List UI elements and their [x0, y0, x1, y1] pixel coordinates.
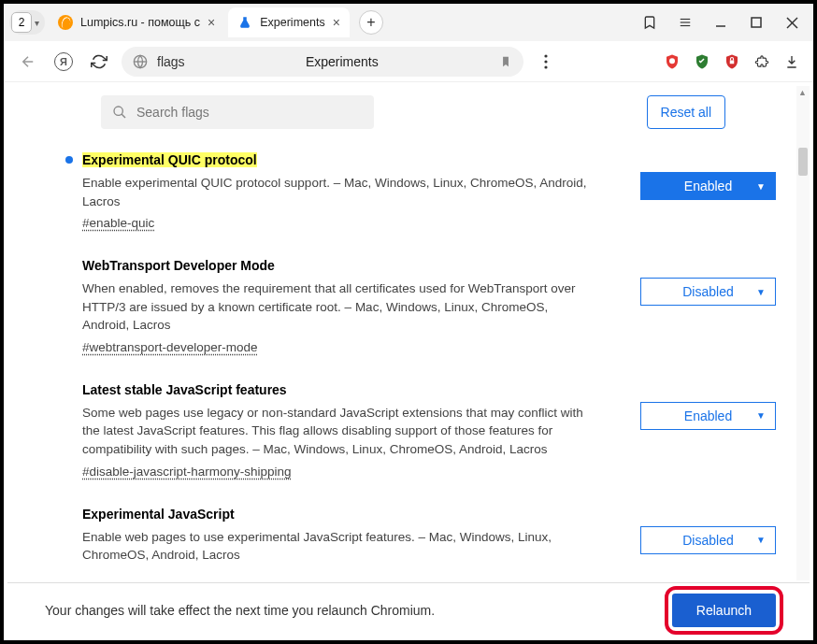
address-box[interactable]: flags Experiments: [122, 47, 523, 77]
titlebar: 2 ▾ Lumpics.ru - помощь с × Experiments …: [4, 4, 813, 41]
chevron-down-icon: ▼: [756, 410, 766, 421]
yandex-logo-icon[interactable]: Я: [50, 49, 77, 75]
kebab-menu-icon[interactable]: [533, 49, 559, 75]
footer-bar: Your changes will take effect the next t…: [7, 582, 810, 637]
flag-description: When enabled, removes the requirement th…: [82, 279, 587, 335]
flag-state-select[interactable]: Disabled ▼: [640, 278, 776, 306]
flag-state-label: Enabled: [684, 179, 732, 193]
svg-line-15: [122, 114, 125, 118]
shield-green-icon[interactable]: [692, 51, 712, 72]
flag-state-label: Disabled: [682, 284, 733, 299]
svg-rect-13: [730, 60, 735, 64]
flag-state-select[interactable]: Enabled ▼: [640, 172, 776, 200]
search-input[interactable]: Search flags: [101, 95, 374, 129]
flag-state-label: Disabled: [682, 533, 733, 548]
tab-experiments[interactable]: Experiments ×: [228, 7, 350, 37]
svg-point-9: [544, 54, 547, 57]
bookmark-ribbon-icon[interactable]: [634, 7, 666, 38]
svg-point-14: [114, 107, 122, 115]
flag-anchor-link[interactable]: #enable-quic: [82, 216, 154, 230]
flag-description: Some web pages use legacy or non-standar…: [82, 404, 587, 459]
relaunch-highlight: Relaunch: [665, 586, 783, 635]
maximize-button[interactable]: [740, 7, 772, 38]
flag-item: Experimental QUIC protocol Enable experi…: [69, 142, 776, 248]
flask-icon: [237, 15, 252, 30]
flag-item: Experimental JavaScript Enable web pages…: [69, 496, 776, 581]
chevron-down-icon: ▼: [756, 181, 766, 192]
flag-list: Experimental QUIC protocol Enable experi…: [7, 142, 810, 580]
flag-description: Enable web pages to use experimental Jav…: [82, 528, 587, 565]
close-icon[interactable]: ×: [333, 15, 340, 30]
close-window-button[interactable]: [776, 7, 808, 38]
reset-all-button[interactable]: Reset all: [647, 95, 725, 129]
download-icon[interactable]: [781, 51, 802, 72]
menu-lines-icon[interactable]: [669, 7, 701, 38]
extensions-icon[interactable]: [752, 51, 772, 72]
chevron-down-icon: ▼: [756, 287, 766, 297]
minimize-button[interactable]: [705, 7, 737, 38]
flag-anchor-link[interactable]: #disable-javascript-harmony-shipping: [82, 465, 292, 479]
back-button[interactable]: [15, 49, 41, 75]
flag-state-select[interactable]: Disabled ▼: [640, 526, 776, 554]
chevron-down-icon: ▾: [35, 18, 39, 28]
new-tab-button[interactable]: +: [359, 10, 383, 35]
search-icon: [112, 105, 127, 120]
svg-point-12: [669, 58, 675, 64]
footer-message: Your changes will take effect the next t…: [45, 603, 435, 618]
tab-count-box[interactable]: 2 ▾: [9, 10, 45, 35]
relaunch-button[interactable]: Relaunch: [672, 594, 776, 627]
flag-anchor-link[interactable]: #webtransport-developer-mode: [82, 340, 258, 354]
flag-item: Latest stable JavaScript features Some w…: [69, 372, 776, 496]
search-placeholder: Search flags: [136, 105, 209, 120]
address-bar: Я flags Experiments: [4, 41, 813, 82]
shield-red-icon[interactable]: [662, 51, 682, 72]
flag-title: Experimental QUIC protocol: [82, 152, 257, 167]
modified-dot-icon: [65, 156, 73, 164]
close-icon[interactable]: ×: [208, 15, 215, 30]
flag-title: Experimental JavaScript: [82, 507, 235, 522]
flag-state-label: Enabled: [684, 408, 732, 423]
page-title: Experiments: [194, 54, 490, 69]
bookmark-icon[interactable]: [499, 55, 512, 68]
tab-label: Lumpics.ru - помощь с: [80, 16, 200, 29]
chevron-down-icon: ▼: [756, 535, 766, 545]
content-area: Search flags Reset all Experimental QUIC…: [7, 86, 810, 580]
svg-point-10: [544, 60, 547, 63]
tab-label: Experiments: [260, 16, 324, 29]
scroll-up-icon[interactable]: ▲: [798, 88, 807, 97]
globe-icon: [133, 54, 148, 69]
flag-description: Enable experimental QUIC protocol suppor…: [82, 174, 587, 210]
svg-rect-4: [752, 18, 761, 27]
shield-lock-icon[interactable]: [722, 51, 742, 72]
scroll-thumb[interactable]: [798, 148, 808, 176]
reload-button[interactable]: [86, 49, 112, 75]
flag-title: Latest stable JavaScript features: [82, 382, 287, 397]
flag-state-select[interactable]: Enabled ▼: [640, 402, 776, 430]
flag-item: WebTransport Developer Mode When enabled…: [69, 248, 776, 372]
tab-count: 2: [11, 12, 32, 33]
tab-lumpics[interactable]: Lumpics.ru - помощь с ×: [49, 7, 224, 37]
favicon-lumpics-icon: [58, 15, 73, 30]
scrollbar[interactable]: ▲: [796, 86, 810, 580]
flag-title: WebTransport Developer Mode: [82, 258, 275, 273]
svg-point-11: [544, 65, 547, 68]
url-path: flags: [157, 54, 185, 69]
